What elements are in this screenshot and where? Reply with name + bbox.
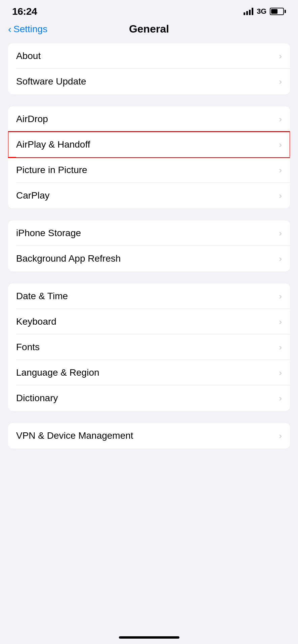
settings-group-3: iPhone Storage › Background App Refresh … (8, 220, 290, 271)
signal-bar-1 (244, 12, 245, 15)
settings-card-4: Date & Time › Keyboard › Fonts › Languag… (8, 283, 290, 411)
network-type: 3G (257, 7, 266, 16)
settings-row-label-vpn-device-management: VPN & Device Management (16, 430, 133, 441)
settings-row-language-region[interactable]: Language & Region › (8, 360, 290, 385)
settings-row-vpn-device-management[interactable]: VPN & Device Management › (8, 423, 290, 448)
chevron-fonts-icon: › (279, 342, 282, 353)
settings-card-1: About › Software Update › (8, 43, 290, 94)
settings-content: About › Software Update › AirDrop › AirP… (0, 41, 298, 463)
chevron-picture-in-picture-icon: › (279, 165, 282, 175)
settings-row-airplay-handoff[interactable]: AirPlay & Handoff › (8, 132, 290, 157)
status-bar: 16:24 3G (0, 0, 298, 20)
settings-row-label-dictionary: Dictionary (16, 393, 58, 404)
status-time: 16:24 (12, 6, 37, 17)
settings-row-about[interactable]: About › (8, 43, 290, 69)
settings-row-label-iphone-storage: iPhone Storage (16, 228, 81, 238)
chevron-carplay-icon: › (279, 191, 282, 201)
battery-tip (285, 10, 286, 13)
chevron-software-update-icon: › (279, 76, 282, 87)
settings-row-label-software-update: Software Update (16, 76, 86, 87)
settings-row-label-airdrop: AirDrop (16, 114, 48, 124)
nav-header: ‹ Settings General (0, 20, 298, 41)
chevron-dictionary-icon: › (279, 393, 282, 404)
settings-row-label-picture-in-picture: Picture in Picture (16, 165, 87, 175)
settings-card-5: VPN & Device Management › (8, 423, 290, 448)
settings-row-label-date-time: Date & Time (16, 291, 68, 302)
settings-row-label-fonts: Fonts (16, 342, 40, 353)
signal-bar-4 (252, 8, 253, 15)
settings-row-software-update[interactable]: Software Update › (8, 69, 290, 94)
settings-row-iphone-storage[interactable]: iPhone Storage › (8, 220, 290, 246)
settings-row-carplay[interactable]: CarPlay › (8, 183, 290, 208)
settings-group-5: VPN & Device Management › (8, 423, 290, 448)
back-button[interactable]: ‹ Settings (8, 24, 47, 35)
chevron-background-app-refresh-icon: › (279, 254, 282, 264)
home-indicator (0, 630, 298, 644)
chevron-language-region-icon: › (279, 368, 282, 378)
settings-row-label-carplay: CarPlay (16, 190, 50, 201)
settings-group-2: AirDrop › AirPlay & Handoff › Picture in… (8, 106, 290, 208)
chevron-airplay-handoff-icon: › (279, 140, 282, 150)
settings-row-label-language-region: Language & Region (16, 367, 99, 378)
settings-row-picture-in-picture[interactable]: Picture in Picture › (8, 157, 290, 183)
settings-row-fonts[interactable]: Fonts › (8, 334, 290, 360)
settings-row-background-app-refresh[interactable]: Background App Refresh › (8, 246, 290, 271)
settings-row-dictionary[interactable]: Dictionary › (8, 385, 290, 411)
settings-group-1: About › Software Update › (8, 43, 290, 94)
page-title: General (129, 23, 169, 35)
settings-row-label-keyboard: Keyboard (16, 316, 56, 327)
back-chevron-icon: ‹ (8, 24, 11, 34)
battery-body (270, 8, 284, 15)
chevron-vpn-device-management-icon: › (279, 431, 282, 441)
chevron-about-icon: › (279, 51, 282, 61)
chevron-iphone-storage-icon: › (279, 228, 282, 238)
status-icons: 3G (244, 7, 286, 16)
home-bar (119, 636, 179, 639)
settings-row-date-time[interactable]: Date & Time › (8, 283, 290, 309)
settings-row-label-airplay-handoff: AirPlay & Handoff (16, 139, 90, 150)
battery-fill (271, 9, 278, 14)
settings-row-keyboard[interactable]: Keyboard › (8, 309, 290, 334)
signal-bar-3 (249, 10, 251, 15)
chevron-date-time-icon: › (279, 291, 282, 302)
signal-bar-2 (246, 11, 248, 15)
settings-row-label-about: About (16, 51, 41, 61)
settings-row-label-background-app-refresh: Background App Refresh (16, 253, 121, 264)
settings-card-2: AirDrop › AirPlay & Handoff › Picture in… (8, 106, 290, 208)
settings-group-4: Date & Time › Keyboard › Fonts › Languag… (8, 283, 290, 411)
signal-bars-icon (244, 8, 253, 15)
settings-row-airdrop[interactable]: AirDrop › (8, 106, 290, 132)
chevron-airdrop-icon: › (279, 114, 282, 124)
battery-icon (270, 8, 286, 15)
back-label: Settings (13, 24, 47, 35)
chevron-keyboard-icon: › (279, 317, 282, 327)
settings-card-3: iPhone Storage › Background App Refresh … (8, 220, 290, 271)
